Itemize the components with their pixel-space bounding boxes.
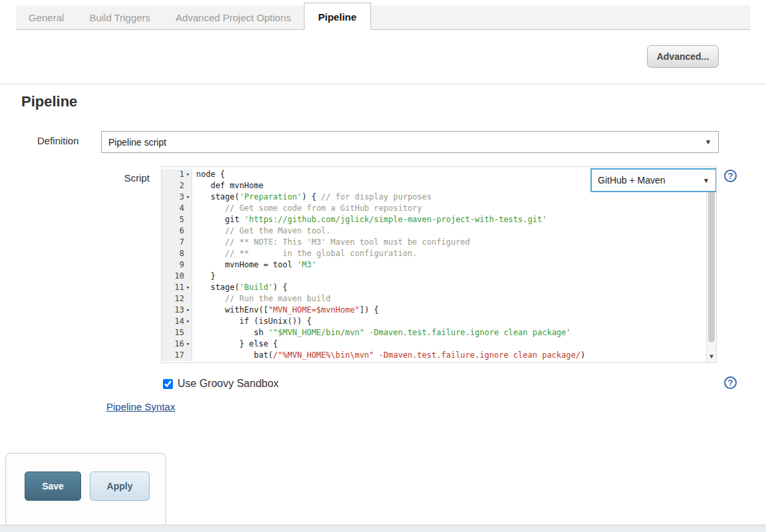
fold-toggle-icon[interactable]: ▾ <box>184 338 192 350</box>
line-number: 16▾ <box>162 338 192 350</box>
script-editor-lines: 1▾node {2 def mvnHome3▾ stage('Preparati… <box>162 167 716 361</box>
page-title: Pipeline <box>21 93 77 110</box>
line-number: 14▾ <box>162 316 192 327</box>
groovy-sandbox-label: Use Groovy Sandbox <box>178 378 279 390</box>
code-line: 15 sh '"$MVN_HOME/bin/mvn" -Dmaven.test.… <box>162 327 716 338</box>
fold-toggle-icon[interactable]: ▾ <box>184 316 192 327</box>
groovy-sandbox-checkbox[interactable] <box>163 379 173 389</box>
sample-script-select[interactable]: GitHub + Maven ▼ <box>590 168 717 192</box>
help-icon[interactable]: ? <box>724 170 737 182</box>
line-number: 11▾ <box>162 282 192 293</box>
scroll-down-icon[interactable]: ▼ <box>707 350 716 362</box>
code-line: 10 } <box>162 271 716 282</box>
advanced-button[interactable]: Advanced... <box>647 45 719 68</box>
definition-select[interactable]: Pipeline script ▼ <box>101 131 719 153</box>
tab-general[interactable]: General <box>16 6 76 29</box>
line-number: 2 <box>162 180 192 192</box>
code-line: 11▾ stage('Build') { <box>162 282 716 293</box>
script-editor[interactable]: 1▾node {2 def mvnHome3▾ stage('Preparati… <box>161 166 717 363</box>
definition-select-value: Pipeline script <box>108 137 166 148</box>
sample-select-value: GitHub + Maven <box>598 175 666 186</box>
code-line: 17 bat(/"%MVN_HOME%\bin\mvn" -Dmaven.tes… <box>162 350 716 361</box>
config-tabbar: General Build Triggers Advanced Project … <box>16 5 750 30</box>
code-line: 8 // ** in the global configuration. <box>162 248 716 259</box>
line-number: 7 <box>162 237 192 248</box>
tab-pipeline[interactable]: Pipeline <box>304 3 372 30</box>
chevron-down-icon: ▼ <box>705 138 711 146</box>
tab-build-triggers[interactable]: Build Triggers <box>76 6 163 29</box>
line-number: 13▾ <box>162 305 192 316</box>
line-number: 6 <box>162 225 192 237</box>
tab-advanced-project-options[interactable]: Advanced Project Options <box>163 6 303 29</box>
line-number: 12 <box>162 293 192 305</box>
code-line: 13▾ withEnv(["MVN_HOME=$mvnHome"]) { <box>162 305 716 316</box>
save-button[interactable]: Save <box>25 471 81 501</box>
line-number: 5 <box>162 214 192 225</box>
fold-toggle-icon[interactable]: ▾ <box>184 192 192 203</box>
definition-label: Definition <box>37 135 79 146</box>
chevron-down-icon: ▼ <box>703 175 709 186</box>
help-icon[interactable]: ? <box>724 376 737 389</box>
pipeline-syntax-link[interactable]: Pipeline Syntax <box>106 401 175 412</box>
line-number: 3▾ <box>162 192 192 203</box>
code-line: 7 // ** NOTE: This 'M3' Maven tool must … <box>162 237 716 248</box>
code-line: 16▾ } else { <box>162 338 716 350</box>
page-footer <box>0 525 766 532</box>
fold-toggle-icon[interactable]: ▾ <box>184 282 192 293</box>
code-line: 9 mvnHome = tool 'M3' <box>162 259 716 271</box>
line-number: 8 <box>162 248 192 259</box>
script-label: Script <box>93 172 150 184</box>
editor-scrollbar-thumb[interactable] <box>708 182 715 342</box>
line-number: 17 <box>162 350 192 361</box>
code-line: 5 git 'https://github.com/jglick/simple-… <box>162 214 716 225</box>
code-line: 12 // Run the maven build <box>162 293 716 305</box>
line-number: 4 <box>162 203 192 214</box>
line-number: 9 <box>162 259 192 271</box>
line-number: 10 <box>162 271 192 282</box>
section-divider <box>0 84 766 84</box>
save-apply-panel: Save Apply <box>5 453 166 527</box>
code-line: 3▾ stage('Preparation') { // for display… <box>162 192 716 203</box>
code-line: 14▾ if (isUnix()) { <box>162 316 716 327</box>
fold-toggle-icon[interactable]: ▾ <box>184 169 192 180</box>
code-line: 6 // Get the Maven tool. <box>162 225 716 237</box>
line-number: 1▾ <box>162 169 192 180</box>
line-number: 15 <box>162 327 192 338</box>
code-line: 4 // Get some code from a GitHub reposit… <box>162 203 716 214</box>
fold-toggle-icon[interactable]: ▾ <box>184 305 192 316</box>
apply-button[interactable]: Apply <box>90 471 150 501</box>
editor-scrollbar[interactable]: ▼ <box>706 167 716 362</box>
